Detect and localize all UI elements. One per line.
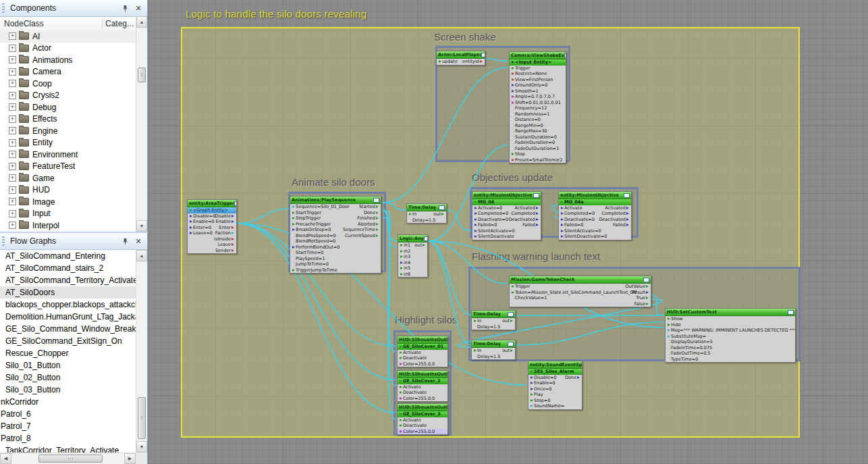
port-arrow[interactable] (232, 215, 234, 217)
port-row[interactable]: FadeInDuration=0 (510, 140, 566, 146)
minimize-icon[interactable] (533, 193, 539, 198)
port-arrow[interactable] (512, 291, 514, 294)
port-row[interactable]: ActivateActivated (559, 205, 631, 211)
port-row[interactable]: GroundOnly=0 (510, 82, 566, 88)
port-arrow[interactable] (474, 349, 477, 352)
port-row[interactable]: Activate (398, 350, 447, 356)
port-row[interactable]: Randomness=1 (510, 111, 566, 118)
port-arrow[interactable] (292, 217, 295, 220)
port-arrow[interactable] (512, 101, 514, 104)
minimize-icon[interactable] (624, 193, 630, 198)
expand-icon[interactable]: + (9, 103, 16, 111)
port-arrow[interactable] (512, 124, 514, 127)
scrollbar-thumb[interactable] (138, 397, 146, 439)
port-row[interactable]: IsInside (188, 236, 236, 242)
port-arrow[interactable] (400, 273, 403, 276)
port-row[interactable]: Msg=*** WARNING: IMMINENT LAUNCHES DETEC… (666, 328, 795, 334)
port-row[interactable]: FadeOutDuration=3 (510, 146, 566, 152)
port-arrow[interactable] (536, 218, 539, 221)
port-arrow[interactable] (626, 212, 629, 215)
port-arrow[interactable] (292, 263, 295, 265)
port-row[interactable]: Restrict=None (510, 71, 566, 77)
port-arrow[interactable] (668, 317, 670, 320)
port-row[interactable]: Angle=0.7,0.7,0.7 (510, 94, 566, 100)
port-row[interactable]: Smooth=1 (510, 88, 566, 95)
port-arrow[interactable] (409, 213, 412, 215)
port-arrow[interactable] (510, 349, 513, 352)
expand-icon[interactable]: + (9, 198, 16, 205)
port-arrow[interactable] (292, 269, 295, 272)
port-row[interactable]: Delay=1.5 (472, 324, 515, 330)
column-nodeclass[interactable]: NodeClass (0, 19, 102, 28)
port-arrow[interactable] (531, 388, 533, 390)
port-row[interactable]: Disable=0Disable (188, 213, 236, 220)
port-arrow[interactable] (292, 211, 295, 214)
port-row[interactable]: Color=255,0,0 (398, 361, 447, 367)
tree-item-entity[interactable]: +Entity (0, 137, 136, 149)
port-row[interactable]: SilentActivate=0 (472, 228, 541, 234)
port-row[interactable]: TriggerOutValue (510, 284, 651, 290)
port-row[interactable]: Stop=0 (528, 398, 582, 404)
port-arrow[interactable] (400, 430, 402, 433)
port-row[interactable]: <Input Entity> (510, 59, 566, 66)
port-arrow[interactable] (190, 226, 192, 229)
port-row[interactable]: FadeInTime=0.075 (666, 345, 795, 351)
port-row[interactable]: Hide (666, 322, 795, 328)
port-arrow[interactable] (668, 346, 670, 349)
port-arrow[interactable] (646, 291, 649, 294)
port-arrow[interactable] (512, 130, 514, 132)
port-row[interactable]: SilentDeactivate=0 (559, 234, 631, 240)
port-row[interactable]: in2 (398, 249, 427, 255)
port-row[interactable]: CheckValue=1True (510, 295, 651, 301)
scroll-left-icon[interactable]: ◀ (0, 453, 11, 464)
flow-graph-item[interactable]: AT_SiloCommand_Territory_Activate (0, 274, 136, 286)
port-arrow[interactable] (536, 207, 539, 209)
port-arrow[interactable] (474, 218, 477, 221)
scroll-down-icon[interactable]: ▼ (136, 220, 147, 232)
tree-item-camera[interactable]: +Camera (0, 66, 136, 78)
node-silhouette-outline-2[interactable]: HUD:SilhouetteOutlineGE_SiloCover_2Activ… (397, 370, 448, 402)
port-row[interactable]: Failed=0Failed (559, 222, 631, 228)
port-arrow[interactable] (409, 219, 412, 222)
port-arrow[interactable] (646, 297, 649, 299)
port-row[interactable]: SilentDeactivate (472, 234, 541, 240)
port-row[interactable]: Deactivate (398, 390, 447, 396)
flow-graph-item[interactable]: Patrol_6 (0, 408, 136, 420)
port-row[interactable]: SoundName= (528, 403, 582, 409)
port-row[interactable]: Deactivate (398, 423, 447, 429)
port-arrow[interactable] (512, 107, 514, 109)
port-row[interactable]: RangeMin=0 (510, 123, 566, 129)
port-arrow[interactable] (441, 213, 444, 215)
comment-label[interactable]: Logic to handle the silo doors revealing (186, 8, 367, 20)
scroll-up-icon[interactable]: ▲ (136, 16, 147, 28)
port-row[interactable]: StopTriggerFinished (290, 215, 381, 222)
port-arrow[interactable] (646, 303, 649, 305)
port-row[interactable]: FadeOutTime=0.5 (666, 351, 795, 357)
port-row[interactable]: Frequency=12 (510, 105, 566, 111)
port-arrow[interactable] (531, 382, 533, 384)
flow-graphs-vscrollbar[interactable]: ▲ ▼ (136, 250, 147, 453)
port-row[interactable]: Preset=SmallTremor2 (510, 157, 566, 163)
flow-graph-item[interactable]: blackops_chopper.blackops_attackcho (0, 299, 136, 311)
port-arrow[interactable] (292, 228, 295, 231)
port-row[interactable]: Inout (407, 211, 446, 217)
port-row[interactable]: Token=Mission_State.int_SiloCommand_Laun… (510, 290, 651, 296)
expand-icon[interactable]: + (9, 139, 16, 147)
port-arrow[interactable] (512, 118, 514, 121)
scroll-up-icon[interactable]: ▲ (136, 250, 147, 261)
minimize-icon[interactable] (643, 278, 649, 282)
port-arrow[interactable] (561, 207, 564, 209)
flow-graph-item[interactable]: AT_SiloCommand_stairs_2 (0, 262, 136, 274)
flow-graph-item[interactable]: Silo_01_Button (0, 359, 136, 371)
port-arrow[interactable] (292, 251, 295, 254)
port-arrow[interactable] (400, 397, 402, 400)
port-arrow[interactable] (232, 220, 234, 223)
port-arrow[interactable] (531, 393, 533, 396)
port-arrow[interactable] (531, 376, 533, 379)
port-arrow[interactable] (512, 95, 514, 98)
expand-icon[interactable]: + (9, 186, 16, 194)
port-arrow[interactable] (561, 224, 564, 226)
flow-graph-item[interactable]: AT_SiloDoors (0, 286, 136, 299)
port-arrow[interactable] (400, 351, 402, 354)
port-arrow[interactable] (190, 220, 192, 223)
